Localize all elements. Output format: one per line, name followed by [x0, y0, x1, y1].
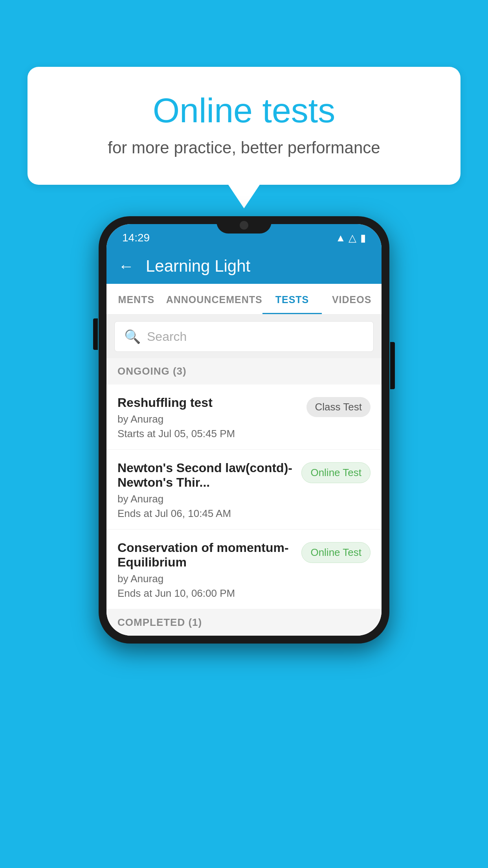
test-name-3: Conservation of momentum-Equilibrium: [117, 541, 294, 570]
test-item-3[interactable]: Conservation of momentum-Equilibrium by …: [106, 530, 382, 609]
speech-bubble-title: Online tests: [59, 90, 429, 131]
speech-bubble-subtitle: for more practice, better performance: [59, 138, 429, 157]
test-date-2: Ends at Jul 06, 10:45 AM: [117, 508, 294, 520]
ongoing-section-header: ONGOING (3): [106, 358, 382, 384]
test-badge-1: Class Test: [306, 397, 371, 417]
search-container: 🔍 Search: [106, 315, 382, 358]
test-info-3: Conservation of momentum-Equilibrium by …: [117, 541, 294, 600]
tab-announcements[interactable]: ANNOUNCEMENTS: [166, 284, 262, 314]
app-title: Learning Light: [146, 257, 250, 276]
test-info-2: Newton's Second law(contd)-Newton's Thir…: [117, 461, 294, 520]
speech-bubble: Online tests for more practice, better p…: [28, 67, 460, 185]
test-name-2: Newton's Second law(contd)-Newton's Thir…: [117, 461, 294, 490]
search-icon: 🔍: [124, 329, 141, 344]
back-button[interactable]: ←: [118, 257, 134, 275]
phone-camera: [240, 221, 248, 230]
test-info-1: Reshuffling test by Anurag Starts at Jul…: [117, 395, 299, 440]
tab-ments[interactable]: MENTS: [106, 284, 166, 314]
search-bar[interactable]: 🔍 Search: [114, 321, 374, 352]
test-name-1: Reshuffling test: [117, 395, 299, 410]
phone-outer: 14:29 ▲ △ ▮ ← Learning Light MENTS ANNOU…: [99, 216, 389, 644]
test-date-3: Ends at Jun 10, 06:00 PM: [117, 587, 294, 600]
test-badge-2: Online Test: [301, 462, 371, 483]
test-date-1: Starts at Jul 05, 05:45 PM: [117, 428, 299, 440]
test-author-3: by Anurag: [117, 573, 294, 585]
status-icons: ▲ △ ▮: [336, 232, 366, 244]
search-placeholder: Search: [147, 329, 187, 344]
speech-bubble-wrapper: Online tests for more practice, better p…: [28, 67, 460, 208]
app-header: ← Learning Light: [106, 248, 382, 284]
ongoing-label: ONGOING (3): [117, 365, 187, 377]
status-time: 14:29: [122, 232, 150, 244]
test-author-1: by Anurag: [117, 413, 299, 425]
test-badge-3: Online Test: [301, 542, 371, 563]
phone-screen-container: 14:29 ▲ △ ▮ ← Learning Light MENTS ANNOU…: [106, 224, 382, 636]
test-item-2[interactable]: Newton's Second law(contd)-Newton's Thir…: [106, 450, 382, 530]
test-author-2: by Anurag: [117, 493, 294, 505]
tab-tests[interactable]: TESTS: [262, 284, 322, 314]
completed-section-header: COMPLETED (1): [106, 609, 382, 636]
phone-mockup: 14:29 ▲ △ ▮ ← Learning Light MENTS ANNOU…: [99, 216, 389, 644]
completed-label: COMPLETED (1): [117, 616, 202, 628]
test-item-1[interactable]: Reshuffling test by Anurag Starts at Jul…: [106, 384, 382, 450]
tabs-container: MENTS ANNOUNCEMENTS TESTS VIDEOS: [106, 284, 382, 315]
speech-bubble-arrow: [228, 185, 260, 208]
wifi-icon: ▲ △: [336, 232, 356, 244]
tab-videos[interactable]: VIDEOS: [322, 284, 382, 314]
battery-icon: ▮: [360, 232, 366, 244]
phone-notch: [216, 216, 272, 234]
